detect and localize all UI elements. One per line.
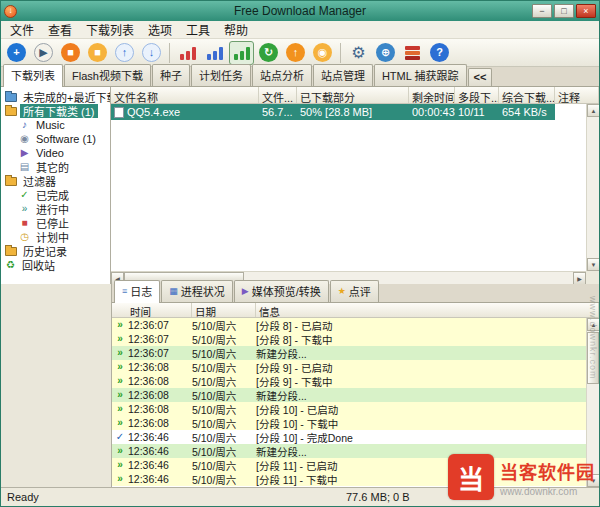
filters-folder-icon [5, 177, 17, 186]
cell-time_left: 00:00:43 [409, 104, 455, 120]
download-list-vscrollbar[interactable]: ▲ ▼ [586, 104, 599, 271]
sidebar-item-all-downloads[interactable]: 所有下载类 (1) [1, 104, 110, 118]
segment-arrows-icon: » [112, 474, 128, 484]
sidebar-item-music[interactable]: ♪Music [1, 118, 110, 132]
download-column-header-3[interactable]: 剩余时间 [409, 87, 455, 103]
segment-arrows-icon: » [112, 390, 128, 400]
tutorials-icon [405, 46, 420, 60]
menu-item-options[interactable]: 选项 [141, 20, 179, 39]
menu-item-help[interactable]: 帮助 [217, 20, 255, 39]
log-time: 12:36:08 [128, 375, 192, 387]
flash-video-button[interactable]: ↻ [256, 41, 281, 65]
tab-torrents[interactable]: 种子 [152, 64, 190, 86]
download-row[interactable]: QQ5.4.exe56.7...50% [28.8 MB]00:00:4310/… [111, 104, 586, 120]
bottom-tab-media-preview[interactable]: ▶媒体预览/转换 [234, 280, 329, 302]
sidebar-item-recycle-bin[interactable]: ♻回收站 [1, 258, 110, 272]
close-button[interactable]: × [576, 4, 596, 18]
remote-control-button[interactable]: ◉ [310, 41, 335, 65]
stop-download-button[interactable]: ■ [58, 41, 83, 65]
menu-item-file[interactable]: 文件 [3, 20, 41, 39]
history-folder-icon [5, 247, 17, 256]
help-button[interactable]: ? [427, 41, 452, 65]
segment-arrows-icon: » [112, 320, 128, 330]
move-up-button[interactable]: ↑ [112, 41, 137, 65]
browser-button[interactable]: ⊕ [373, 41, 398, 65]
sidebar-item-video[interactable]: ▶Video [1, 146, 110, 160]
log-date: 5/10/周六 [192, 458, 256, 473]
segment-arrows-icon: » [112, 334, 128, 344]
download-column-header-4[interactable]: 多段下... [455, 87, 499, 103]
download-column-header-0[interactable]: 文件名称 [111, 87, 259, 103]
recent-label: 未完成的+最近下载 [20, 90, 110, 104]
log-row: ✓12:36:465/10/周六[分段 10] - 完成Done [112, 430, 586, 444]
scroll-down-button[interactable]: ▼ [587, 258, 600, 271]
log-date: 5/10/周六 [192, 444, 256, 459]
log-row: »12:36:075/10/周六新建分段... [112, 346, 586, 360]
minimize-button[interactable]: − [532, 4, 552, 18]
download-column-header-1[interactable]: 文件... [259, 87, 297, 103]
menu-item-tools[interactable]: 工具 [179, 20, 217, 39]
tab-flash-video[interactable]: Flash视频下载 [64, 64, 151, 86]
sidebar-item-stopped[interactable]: ■已停止 [1, 216, 110, 230]
toolbar-separator [340, 43, 341, 63]
sidebar-item-software[interactable]: ◉Software (1) [1, 132, 110, 146]
browser-icon: ⊕ [376, 43, 395, 62]
download-column-header-5[interactable]: 综合下载... [499, 87, 555, 103]
menu-item-download-list[interactable]: 下载列表 [79, 20, 141, 39]
stats-blue-button[interactable] [202, 41, 227, 65]
log-column-header-2[interactable]: 信息 [256, 303, 599, 317]
stats-red-button[interactable] [175, 41, 200, 65]
tab-site-explorer[interactable]: 站点分析 [252, 64, 312, 86]
log-column-header-1[interactable]: 日期 [192, 303, 256, 317]
sidebar-item-filters[interactable]: 过滤器 [1, 174, 110, 188]
disc-icon: ◉ [18, 134, 31, 144]
log-time: 12:36:07 [128, 319, 192, 331]
bottom-tab-review[interactable]: ★点评 [330, 280, 379, 302]
settings-button[interactable]: ⚙ [346, 41, 371, 65]
upload-button[interactable]: ↑ [283, 41, 308, 65]
bottom-tab-log[interactable]: ≡日志 [114, 280, 160, 303]
tab-download-list[interactable]: 下载列表 [3, 64, 63, 87]
cell-size: 56.7... [259, 104, 297, 120]
titlebar[interactable]: ↓ Free Download Manager − □ × [1, 1, 599, 21]
sidebar-item-in-progress[interactable]: »进行中 [1, 202, 110, 216]
site-analysis-button[interactable] [229, 41, 254, 65]
sidebar-item-completed[interactable]: ✓已完成 [1, 188, 110, 202]
start-download-button[interactable]: ▶ [31, 41, 56, 65]
sidebar-item-history[interactable]: 历史记录 [1, 244, 110, 258]
sidebar-item-scheduled[interactable]: ◷计划中 [1, 230, 110, 244]
toolbar: +▶■■↑↓↻↑◉⚙⊕? [1, 39, 599, 67]
tab-html-spider[interactable]: HTML 捕获跟踪 [374, 64, 467, 86]
tutorials-button[interactable] [400, 41, 425, 65]
log-row: »12:36:085/10/周六[分段 10] - 下载中 [112, 416, 586, 430]
log-row: »12:36:085/10/周六[分段 9] - 下载中 [112, 374, 586, 388]
log-time: 12:36:08 [128, 389, 192, 401]
log-message: [分段 9] - 已启动 [256, 360, 586, 375]
filters-label: 过滤器 [20, 174, 59, 188]
stop-all-button[interactable]: ■ [85, 41, 110, 65]
stop-download-icon: ■ [61, 43, 80, 62]
settings-icon: ⚙ [351, 45, 365, 61]
sidebar-item-recent[interactable]: 未完成的+最近下载 [1, 90, 110, 104]
log-message: [分段 10] - 完成Done [256, 430, 586, 445]
bottom-tab-processes[interactable]: ▦进程状况 [161, 280, 233, 302]
menu-item-view[interactable]: 查看 [41, 20, 79, 39]
site-watermark: 当 当客软件园 www.downkr.com [448, 454, 595, 500]
collapse-tabs-button[interactable]: << [468, 68, 493, 86]
maximize-button[interactable]: □ [554, 4, 574, 18]
tab-scheduler[interactable]: 计划任务 [191, 64, 251, 86]
log-time: 12:36:46 [128, 431, 192, 443]
software-label: Software (1) [33, 133, 99, 145]
log-column-header-0[interactable]: 时间 [112, 303, 192, 317]
sidebar-item-other[interactable]: ▤其它的 [1, 160, 110, 174]
move-down-button[interactable]: ↓ [139, 41, 164, 65]
tab-site-manager[interactable]: 站点管理 [313, 64, 373, 86]
flash-video-icon: ↻ [259, 43, 278, 62]
log-date: 5/10/周六 [192, 318, 256, 333]
download-column-header-2[interactable]: 已下载部分 [297, 87, 409, 103]
scroll-up-button[interactable]: ▲ [587, 104, 600, 117]
review-tab-icon: ★ [338, 287, 346, 296]
watermark-text: 当客软件园 www.downkr.com [500, 458, 595, 497]
add-download-button[interactable]: + [4, 41, 29, 65]
download-column-header-6[interactable]: 注释 [555, 87, 599, 103]
